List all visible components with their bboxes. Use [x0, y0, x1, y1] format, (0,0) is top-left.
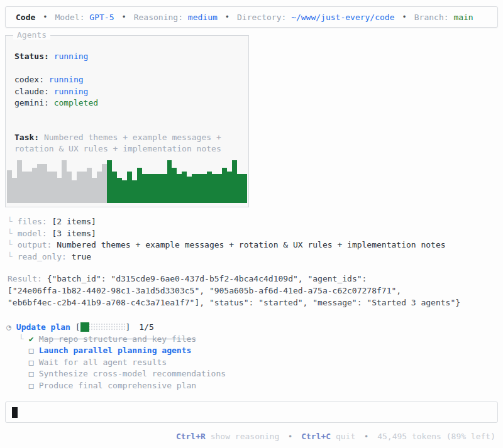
- activity-bar: [52, 172, 57, 203]
- activity-bar: [167, 160, 172, 203]
- activity-bar: [42, 164, 47, 203]
- plan-title: Update plan: [16, 322, 70, 332]
- terminal-page: Code • Model: GPT-5 • Reasoning: medium …: [0, 0, 503, 448]
- tree-branch-icon: └: [8, 240, 13, 249]
- activity-bar: [192, 174, 197, 203]
- model-value: GPT-5: [89, 13, 114, 22]
- directory-field: Directory: ~/www/just-every/code: [237, 13, 394, 22]
- activity-bar: [82, 172, 87, 203]
- top-status-bar: Code • Model: GPT-5 • Reasoning: medium …: [5, 6, 498, 28]
- model-label: Model:: [55, 13, 85, 22]
- branch-field: Branch: main: [414, 13, 473, 22]
- shortcut-key: Ctrl+C: [301, 432, 331, 441]
- agent-state: running: [54, 87, 89, 96]
- tree-value: [3 items]: [52, 229, 96, 238]
- activity-bar: [22, 172, 27, 203]
- activity-bar: [72, 180, 77, 203]
- plan-item: └ □Produce final comprehensive plan: [19, 380, 498, 392]
- tree-key: files:: [18, 217, 47, 226]
- plan-item-label: Launch parallel planning agents: [39, 346, 192, 355]
- tool-args-tree: └ files: [2 items] └ model: [3 items] └ …: [8, 216, 498, 263]
- result-line: ["24e06ffa-1b82-4402-98c1-3a1d5d3303c5",…: [8, 285, 498, 297]
- tree-branch-icon: └: [8, 229, 13, 238]
- activity-bar: [217, 174, 222, 203]
- activity-bar: [127, 172, 132, 203]
- activity-bar: [222, 168, 227, 203]
- activity-bar: [92, 178, 97, 203]
- tree-branch-icon: └: [19, 334, 24, 344]
- result-block: Result: {"batch_id": "d315cde9-6ae0-437d…: [8, 273, 498, 309]
- text-cursor: [12, 407, 18, 418]
- activity-bar: [7, 170, 12, 203]
- tree-value: true: [72, 252, 91, 261]
- model-field: Model: GPT-5: [55, 13, 114, 22]
- result-line: Result: {"batch_id": "d315cde9-6ae0-437d…: [8, 273, 498, 285]
- bullet-separator: •: [121, 13, 126, 21]
- reasoning-value: medium: [188, 13, 218, 22]
- result-label: Result:: [8, 274, 42, 283]
- checkbox-icon: □: [29, 368, 39, 380]
- activity-bar: [137, 168, 142, 203]
- plan-progress-bar: [80, 323, 126, 331]
- activity-bar: [32, 168, 37, 203]
- agents-panel-body: Status: running codex: running claude: r…: [6, 36, 248, 155]
- checkbox-icon: □: [29, 345, 39, 357]
- task-row: Task: Numbered themes + example messages…: [14, 132, 240, 155]
- tree-value: [2 items]: [52, 217, 96, 226]
- activity-bar: [212, 174, 217, 203]
- activity-bar: [117, 178, 122, 203]
- activity-bar: [147, 174, 152, 203]
- activity-bar: [157, 174, 162, 203]
- activity-bar: [242, 174, 247, 203]
- agent-row-codex: codex: running: [14, 74, 240, 86]
- activity-bar: [132, 180, 137, 203]
- plan-item-label: Synthesize cross-model recommendations: [39, 369, 226, 378]
- activity-bar: [107, 160, 112, 203]
- activity-bar: [142, 174, 147, 203]
- plan-progress-count: 1/5: [139, 322, 153, 332]
- status-label: Status:: [14, 52, 49, 61]
- tree-row: └ output: Numbered themes + example mess…: [8, 239, 498, 251]
- activity-bar: [207, 172, 212, 203]
- agent-state: completed: [54, 98, 98, 107]
- tree-key: read_only:: [18, 252, 67, 261]
- agents-panel-title: Agents: [13, 30, 50, 40]
- progress-bracket-open: [: [75, 322, 80, 332]
- plan-header: ◔Update plan [] 1/5: [6, 322, 498, 334]
- activity-bar: [172, 168, 177, 203]
- checkbox-icon: □: [29, 357, 39, 369]
- shortcut-label: quit: [336, 432, 355, 441]
- plan-progress-fill: [80, 322, 89, 332]
- message-input[interactable]: [5, 402, 498, 423]
- activity-bar: [197, 174, 202, 203]
- directory-value: ~/www/just-every/code: [291, 13, 394, 22]
- activity-bar: [122, 180, 127, 203]
- branch-value: main: [453, 13, 473, 22]
- token-usage: 45,495 tokens (89% left): [377, 432, 495, 441]
- activity-bar: [227, 172, 232, 203]
- activity-bar: [87, 168, 92, 203]
- activity-bar: [232, 160, 237, 203]
- plan-item: └ ✔Map repo structure and key files: [19, 334, 498, 346]
- activity-bar: [47, 172, 52, 203]
- tree-key: output:: [18, 240, 52, 249]
- tree-row: └ files: [2 items]: [8, 216, 498, 228]
- plan-items: └ ✔Map repo structure and key files └ □L…: [19, 334, 498, 392]
- tree-value: Numbered themes + example messages + rot…: [57, 240, 445, 249]
- agent-name: codex:: [14, 75, 44, 84]
- activity-bar: [97, 172, 102, 203]
- tree-row: └ model: [3 items]: [8, 228, 498, 240]
- activity-bar: [57, 178, 62, 203]
- footer-hints: Ctrl+R show reasoning • Ctrl+C quit • 45…: [5, 432, 498, 441]
- activity-bar: [37, 164, 42, 203]
- reasoning-label: Reasoning:: [134, 13, 183, 22]
- plan-item-label: Map repo structure and key files: [39, 334, 196, 344]
- update-plan-block: ◔Update plan [] 1/5 └ ✔Map repo structur…: [6, 322, 498, 391]
- agents-panel: Agents Status: running codex: running cl…: [5, 35, 249, 207]
- activity-bar: [187, 177, 192, 203]
- activity-bar: [27, 172, 32, 203]
- tree-branch-icon: └: [8, 217, 13, 226]
- activity-bar: [202, 174, 207, 203]
- activity-bar: [162, 174, 167, 203]
- branch-label: Branch:: [414, 13, 449, 22]
